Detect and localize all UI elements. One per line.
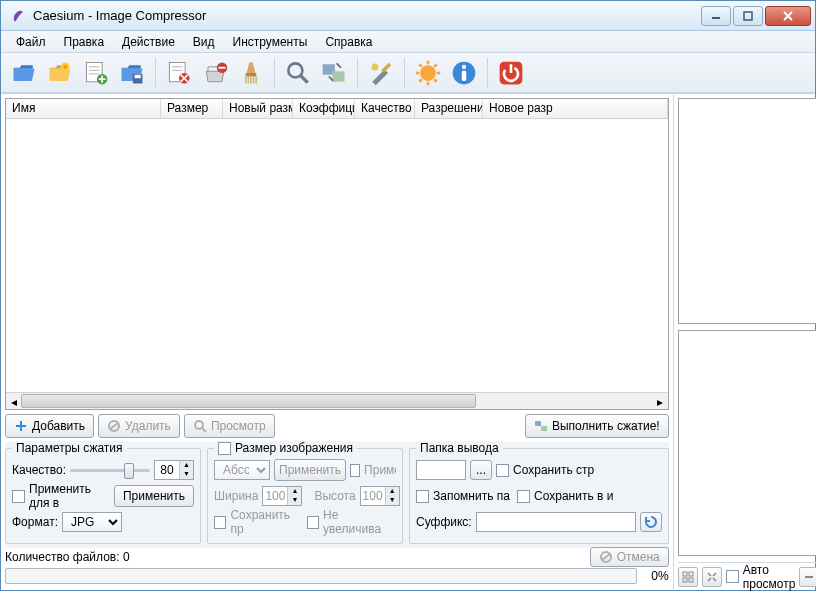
fit-original-button[interactable] — [678, 567, 698, 587]
output-path-input[interactable] — [416, 460, 466, 480]
format-select[interactable]: JPG — [62, 512, 122, 532]
quality-slider[interactable] — [70, 461, 150, 479]
column-newsize[interactable]: Новый разм — [223, 99, 293, 118]
minimize-button[interactable] — [701, 6, 731, 26]
menu-view[interactable]: Вид — [184, 33, 224, 51]
compression-group: Параметры сжатия Качество: ▲▼ Применить … — [5, 448, 201, 544]
height-spinbox[interactable]: ▲▼ — [360, 486, 400, 506]
settings-icon[interactable] — [364, 56, 398, 90]
add-button[interactable]: Добавить — [5, 414, 94, 438]
svg-line-30 — [434, 79, 437, 82]
svg-rect-43 — [535, 421, 541, 426]
titlebar: Caesium - Image Compressor — [1, 1, 815, 31]
menu-tools[interactable]: Инструменты — [224, 33, 317, 51]
apply-size-checkbox[interactable] — [350, 464, 360, 477]
column-size[interactable]: Размер — [161, 99, 223, 118]
output-group: Папка вывода ... Сохранить стр Запомнить… — [409, 448, 669, 544]
column-newres[interactable]: Новое разр — [483, 99, 668, 118]
horizontal-scrollbar[interactable]: ◂ ▸ — [6, 392, 668, 409]
width-spinbox[interactable]: ▲▼ — [262, 486, 302, 506]
maximize-button[interactable] — [733, 6, 763, 26]
open-file-icon[interactable] — [7, 56, 41, 90]
info-icon[interactable] — [447, 56, 481, 90]
column-resolution[interactable]: Разрешени — [415, 99, 483, 118]
svg-rect-22 — [381, 62, 391, 72]
quality-label: Качество: — [12, 463, 66, 477]
preview-original — [678, 98, 816, 324]
progress-percent: 0% — [641, 569, 669, 583]
remember-path-checkbox[interactable] — [416, 490, 429, 503]
file-table: Имя Размер Новый разм Коэффици Качество … — [5, 98, 669, 410]
svg-rect-11 — [135, 74, 141, 78]
remove-item-icon[interactable] — [162, 56, 196, 90]
svg-rect-47 — [683, 572, 687, 576]
svg-line-46 — [602, 554, 610, 560]
svg-line-29 — [419, 64, 422, 67]
resize-mode-select[interactable]: Абсол — [214, 460, 270, 480]
remove-button[interactable]: Удалить — [98, 414, 180, 438]
image-size-group: Размер изображения Абсол Применить Приме… — [207, 448, 403, 544]
add-list-icon[interactable] — [79, 56, 113, 90]
svg-line-19 — [301, 75, 308, 82]
zoom-out-button[interactable] — [799, 567, 816, 587]
app-window: Caesium - Image Compressor Файл Правка Д… — [0, 0, 816, 591]
menu-edit[interactable]: Правка — [55, 33, 114, 51]
compress-button[interactable]: Выполнить сжатие! — [525, 414, 669, 438]
progress-bar — [5, 568, 637, 584]
cancel-button[interactable]: Отмена — [590, 547, 669, 567]
apply-quality-button[interactable]: Применить — [114, 485, 194, 507]
suffix-input[interactable] — [476, 512, 636, 532]
forbidden-icon — [107, 419, 121, 433]
keep-structure-checkbox[interactable] — [496, 464, 509, 477]
column-quality[interactable]: Качество — [355, 99, 415, 118]
magnifier-icon — [193, 419, 207, 433]
exit-icon[interactable] — [494, 56, 528, 90]
forbidden-icon — [599, 550, 613, 564]
apply-size-button[interactable]: Применить — [274, 459, 346, 481]
svg-point-24 — [420, 65, 436, 81]
quality-spinbox[interactable]: ▲▼ — [154, 460, 194, 480]
menu-help[interactable]: Справка — [316, 33, 381, 51]
svg-rect-17 — [246, 73, 257, 77]
svg-rect-50 — [689, 578, 693, 582]
plus-icon — [14, 419, 28, 433]
close-button[interactable] — [765, 6, 811, 26]
svg-rect-44 — [541, 426, 547, 431]
clear-list-icon[interactable] — [198, 56, 232, 90]
auto-preview-checkbox[interactable] — [726, 570, 739, 583]
zoom-icon[interactable] — [281, 56, 315, 90]
file-count-label: Количество файлов: 0 — [5, 550, 130, 564]
open-folder-icon[interactable] — [43, 56, 77, 90]
svg-rect-21 — [332, 71, 344, 82]
keep-ratio-checkbox[interactable] — [214, 516, 226, 529]
same-for-all-checkbox[interactable] — [12, 490, 25, 503]
table-body[interactable] — [6, 119, 668, 392]
svg-rect-1 — [744, 12, 752, 20]
browse-button[interactable]: ... — [470, 460, 492, 480]
menu-action[interactable]: Действие — [113, 33, 184, 51]
fit-window-button[interactable] — [702, 567, 722, 587]
svg-point-23 — [371, 63, 378, 70]
window-title: Caesium - Image Compressor — [33, 8, 701, 23]
svg-point-34 — [462, 64, 466, 68]
column-name[interactable]: Имя — [6, 99, 161, 118]
svg-point-41 — [195, 421, 203, 429]
save-list-icon[interactable] — [115, 56, 149, 90]
preview-button[interactable]: Просмотр — [184, 414, 275, 438]
compress-icon[interactable] — [317, 56, 351, 90]
compress-icon — [534, 419, 548, 433]
save-in-checkbox[interactable] — [517, 490, 530, 503]
resize-enable-checkbox[interactable] — [218, 442, 231, 455]
menu-file[interactable]: Файл — [7, 33, 55, 51]
svg-rect-35 — [462, 70, 466, 81]
brush-icon[interactable] — [234, 56, 268, 90]
svg-rect-48 — [689, 572, 693, 576]
column-ratio[interactable]: Коэффици — [293, 99, 355, 118]
svg-line-32 — [434, 64, 437, 67]
svg-point-18 — [288, 63, 302, 77]
format-label: Формат: — [12, 515, 58, 529]
app-icon — [11, 8, 27, 24]
reset-suffix-button[interactable] — [640, 512, 662, 532]
update-icon[interactable] — [411, 56, 445, 90]
no-enlarge-checkbox[interactable] — [307, 516, 319, 529]
